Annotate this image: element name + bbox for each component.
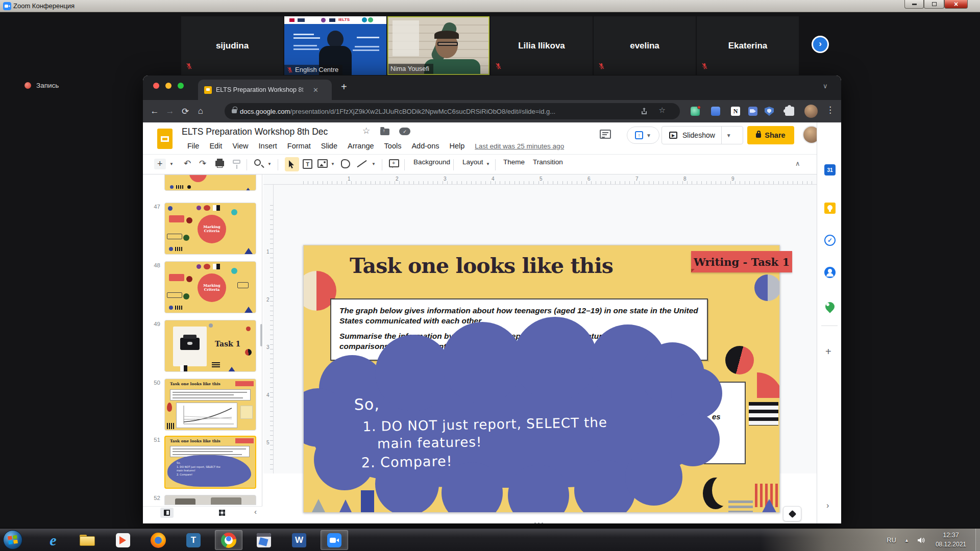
firefox-icon[interactable] (144, 530, 172, 550)
blue-extension-icon[interactable] (711, 107, 720, 116)
zoom-tool-button[interactable] (254, 159, 261, 166)
menu-arrange[interactable]: Arrange (347, 141, 375, 151)
transition-button[interactable]: Transition (529, 156, 567, 168)
slide-canvas[interactable]: Task one looks like this The graph below… (303, 245, 780, 513)
select-tool-button[interactable] (285, 157, 299, 171)
redo-button[interactable]: ↷ (199, 158, 206, 169)
textbox-tool-button[interactable]: T (303, 159, 312, 169)
tab-search-chevron-icon[interactable]: ∨ (823, 82, 828, 90)
explore-button[interactable] (783, 506, 801, 521)
tab-close-icon[interactable]: ✕ (313, 86, 318, 94)
background-button[interactable]: Background (409, 156, 454, 168)
print-button[interactable] (215, 161, 224, 166)
internet-explorer-icon[interactable]: e (39, 530, 67, 550)
explorer-folder-icon[interactable] (74, 530, 101, 550)
move-folder-icon[interactable]: ↑ (380, 129, 389, 135)
menu-help[interactable]: Help (449, 141, 465, 151)
slide-thumbnail-51-selected[interactable]: Task one looks like this So, 1. DO NOT j… (164, 436, 256, 489)
participant-tile[interactable]: Ekaterina (697, 16, 799, 75)
notion-extension-icon[interactable]: N (731, 107, 740, 116)
clock[interactable]: 12:37 08.12.2021 (936, 531, 966, 548)
show-desktop-button[interactable] (975, 529, 980, 551)
new-slide-button[interactable]: + (154, 159, 166, 169)
line-tool-button[interactable] (357, 160, 366, 167)
shape-tool-button[interactable] (341, 159, 350, 168)
slideshow-options-chevron-icon[interactable]: ▼ (726, 133, 731, 138)
share-page-icon[interactable] (640, 107, 648, 115)
scrivener-app-icon[interactable] (250, 530, 278, 550)
zoom-chevron-icon[interactable]: ▼ (267, 162, 272, 166)
new-slide-chevron-icon[interactable]: ▼ (169, 162, 174, 166)
telegram-icon[interactable]: Т (180, 530, 207, 550)
presenter-view-button[interactable]: ↑ ▼ (627, 127, 659, 144)
grammarly-extension-icon[interactable] (691, 107, 700, 116)
start-button[interactable] (3, 530, 22, 549)
address-bar[interactable]: docs.google.com/presentation/d/1FfzXjZ9k… (225, 103, 680, 119)
keep-icon[interactable] (824, 203, 836, 214)
back-icon[interactable]: ← (147, 106, 162, 116)
tasks-icon[interactable]: ✓ (824, 235, 836, 246)
tray-expand-icon[interactable]: ▲ (904, 538, 909, 543)
maps-icon[interactable] (824, 299, 836, 310)
participant-tile[interactable]: Lilia Ilikova (491, 16, 593, 75)
browser-tab[interactable]: ELTS Preparation Workshop 8t ✕ (198, 80, 332, 100)
media-player-icon[interactable] (109, 530, 137, 550)
menu-insert[interactable]: Insert (258, 141, 278, 151)
word-icon[interactable]: W (285, 530, 313, 550)
reload-icon[interactable]: ⟳ (178, 106, 193, 117)
hide-side-panel-button[interactable]: › (826, 501, 829, 510)
chrome-icon[interactable] (215, 530, 242, 550)
mac-close-button[interactable] (153, 83, 159, 89)
slideshow-button[interactable]: ▶ Slideshow ▼ (662, 126, 743, 144)
calendar-icon[interactable]: 31 (824, 164, 836, 176)
minimize-button[interactable] (904, 0, 924, 9)
contacts-icon[interactable] (824, 267, 836, 278)
collapse-toolbar-button[interactable]: ∧ (795, 160, 800, 167)
menu-edit[interactable]: Edit (209, 141, 223, 151)
image-chevron-icon[interactable]: ▼ (331, 162, 335, 166)
zoom-app-icon[interactable] (321, 530, 348, 550)
extensions-puzzle-icon[interactable] (785, 107, 794, 116)
language-indicator[interactable]: RU (887, 536, 896, 544)
mac-zoom-button[interactable] (178, 83, 184, 89)
menu-tools[interactable]: Tools (384, 141, 402, 151)
theme-button[interactable]: Theme (499, 156, 529, 168)
filmstrip-scrollbar[interactable] (260, 324, 262, 346)
volume-icon[interactable] (917, 537, 925, 544)
insert-comment-button[interactable]: + (389, 159, 399, 167)
image-tool-button[interactable] (317, 159, 328, 168)
shield-extension-icon[interactable] (765, 107, 774, 116)
mac-minimize-button[interactable] (165, 83, 172, 89)
last-edit-link[interactable]: Last edit was 25 minutes ago (474, 141, 565, 151)
menu-file[interactable]: File (187, 141, 200, 151)
notes-resize-handle[interactable] (534, 522, 543, 523)
participant-tile[interactable]: sijudina (181, 16, 283, 75)
slide-thumbnail-47[interactable]: Marking Criteria (164, 203, 256, 255)
camera-extension-icon[interactable] (748, 107, 757, 116)
comments-icon[interactable] (600, 130, 611, 139)
menu-slide[interactable]: Slide (321, 141, 338, 151)
maximize-button[interactable] (924, 0, 944, 9)
close-button[interactable]: × (944, 0, 968, 9)
get-addons-button[interactable]: + (825, 346, 831, 358)
paint-format-button[interactable] (233, 160, 240, 164)
slide-thumbnail-48[interactable]: Marking Criteria (164, 261, 256, 313)
share-button[interactable]: Share (747, 126, 794, 144)
bookmark-star-icon[interactable]: ☆ (659, 106, 666, 115)
participant-tile[interactable]: evelina (594, 16, 696, 75)
slide-thumbnail-46[interactable] (164, 174, 256, 191)
star-icon[interactable]: ☆ (362, 126, 370, 136)
slide-badge-ribbon[interactable]: Writing - Task 1 (691, 251, 792, 272)
active-speaker-tile[interactable]: Nima Yousefi (387, 16, 489, 75)
slides-app-icon[interactable] (157, 129, 173, 149)
doc-title[interactable]: ELTS Preparation Workshop 8th Dec (182, 127, 328, 137)
new-tab-button[interactable]: + (341, 81, 347, 93)
filmstrip-view-button[interactable] (160, 508, 174, 518)
home-icon[interactable]: ⌂ (193, 106, 208, 116)
menu-format[interactable]: Format (287, 141, 311, 151)
slide-thumbnail-50[interactable]: Task one looks like this (164, 379, 256, 431)
undo-button[interactable]: ↶ (184, 158, 191, 169)
browser-profile-avatar[interactable] (804, 105, 818, 118)
browser-menu-icon[interactable]: ⋮ (826, 105, 835, 115)
grid-view-button[interactable] (215, 508, 229, 518)
